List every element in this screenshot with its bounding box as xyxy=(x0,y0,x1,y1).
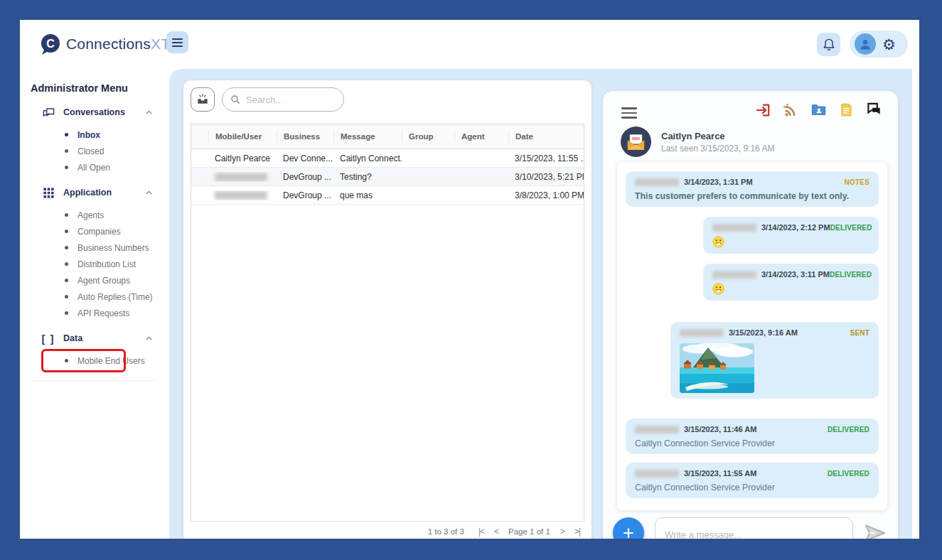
message-body: Caitlyn Connection Service Provider xyxy=(635,483,869,492)
cell-business: DevGroup ... xyxy=(277,172,333,182)
gear-icon[interactable]: ⚙ xyxy=(882,37,896,52)
search-icon xyxy=(230,94,241,105)
message-bubble: 3/15/2023, 11:55 AMDELIVEREDCaitlyn Conn… xyxy=(626,463,879,498)
message-header: 3/14/2023, 2:12 PMDELIVERED xyxy=(712,223,869,232)
message-body: This customer prefers to communicate by … xyxy=(635,191,869,201)
hamburger-icon[interactable] xyxy=(166,31,188,53)
sidebar-section-data[interactable]: [ ]Data xyxy=(20,327,169,350)
grinning-face-emoji xyxy=(712,236,869,248)
grid-icon xyxy=(41,185,55,200)
chevron-up-icon[interactable] xyxy=(144,108,154,117)
sidebar-item-agents[interactable]: Agents xyxy=(20,207,169,223)
message-bubble: 3/14/2023, 2:12 PMDELIVERED xyxy=(703,217,879,254)
topbar-actions: ⚙ xyxy=(817,31,908,58)
svg-text:SMS: SMS xyxy=(632,136,641,141)
table-row[interactable]: DevGroup ...que mas3/8/2023, 1:00 PM xyxy=(191,186,584,205)
message-timestamp: 3/15/2023, 11:55 AM xyxy=(684,469,756,478)
sidebar-item-mobile-end-users[interactable]: Mobile End Users xyxy=(20,352,169,369)
forum-icon[interactable] xyxy=(866,102,882,118)
bullet-icon xyxy=(65,262,68,266)
sidebar: Administrator Menu ConversationsInboxClo… xyxy=(20,69,169,539)
cell-business: DevGroup ... xyxy=(277,190,333,200)
bullet-icon xyxy=(65,149,68,153)
exit-icon[interactable] xyxy=(755,102,771,118)
table-header-spacer xyxy=(191,131,208,142)
column-header-date[interactable]: Date xyxy=(508,131,584,142)
table-row[interactable]: DevGroup ...Testing?3/10/2023, 5:21 PM xyxy=(191,168,584,186)
message-input[interactable] xyxy=(655,517,853,539)
sidebar-item-api-requests[interactable]: API Requests xyxy=(20,305,169,321)
pagination-range: 1 to 3 of 3 xyxy=(428,527,464,536)
next-page-button[interactable]: > xyxy=(560,527,564,537)
inbox-tray-icon[interactable] xyxy=(191,87,215,112)
conversations-panel: Mobile/UserBusinessMessageGroupAgentDate… xyxy=(183,80,592,539)
chat-panel: SMS Caitlyn Pearce Last seen 3/15/2023, … xyxy=(603,91,898,539)
message-header: 3/14/2023, 3:11 PMDELIVERED xyxy=(712,270,869,279)
sidebar-item-label: Agents xyxy=(77,210,104,220)
redacted-phone-number xyxy=(215,173,267,181)
redacted-sender xyxy=(635,426,679,434)
last-page-button[interactable]: >| xyxy=(574,527,580,537)
sidebar-item-closed[interactable]: Closed xyxy=(20,143,169,159)
pagination: 1 to 3 of 3 |< < Page 1 of 1 > >| xyxy=(191,522,584,539)
message-status-badge: DELIVERED xyxy=(830,224,872,232)
message-timestamp: 3/15/2023, 11:46 AM xyxy=(684,425,756,434)
sidebar-item-companies[interactable]: Companies xyxy=(20,223,169,239)
app-window: C ConnectionsXT™ ⚙ xyxy=(20,20,919,539)
message-header: 3/14/2023, 1:31 PMNOTES xyxy=(635,178,869,186)
cell-message: Testing? xyxy=(333,172,402,182)
bullet-icon xyxy=(65,213,68,217)
message-status-badge: NOTES xyxy=(845,178,869,186)
document-icon[interactable] xyxy=(839,102,854,117)
sidebar-section-items: Mobile End Users xyxy=(20,352,169,369)
first-page-button[interactable]: |< xyxy=(478,527,484,537)
broadcast-icon[interactable] xyxy=(783,102,798,118)
sidebar-section-conversations[interactable]: Conversations xyxy=(20,101,169,124)
contact-info: Caitlyn Pearce Last seen 3/15/2023, 9:16… xyxy=(661,131,774,154)
message-status-badge: DELIVERED xyxy=(828,470,869,478)
chevron-up-icon[interactable] xyxy=(144,188,154,198)
sidebar-item-all-open[interactable]: All Open xyxy=(20,159,169,176)
grinning-face-emoji xyxy=(712,283,869,295)
prev-page-button[interactable]: < xyxy=(494,527,498,537)
table-row[interactable]: Caitlyn PearceDev Conne...Caitlyn Connec… xyxy=(191,149,584,168)
tropical-beach-photo[interactable] xyxy=(680,343,754,393)
conversations-table: Mobile/UserBusinessMessageGroupAgentDate… xyxy=(191,124,584,522)
sidebar-item-agent-groups[interactable]: Agent Groups xyxy=(20,272,169,289)
cell-message: que mas xyxy=(333,190,402,200)
cell-message: Caitlyn Connect... xyxy=(333,154,402,163)
column-header-business[interactable]: Business xyxy=(277,131,333,142)
sidebar-item-label: Business Numbers xyxy=(77,243,149,253)
column-header-mobile-user[interactable]: Mobile/User xyxy=(208,131,277,142)
send-icon[interactable] xyxy=(864,524,887,539)
main-content: Mobile/UserBusinessMessageGroupAgentDate… xyxy=(169,69,912,539)
cell-mobile-user: Caitlyn Pearce xyxy=(215,154,270,163)
bell-icon[interactable] xyxy=(817,33,840,56)
cell-date: 3/15/2023, 11:55 ... xyxy=(508,154,584,163)
column-header-message[interactable]: Message xyxy=(333,131,402,142)
search-input[interactable] xyxy=(246,95,328,105)
sidebar-item-auto-replies-time-[interactable]: Auto Replies (Time) xyxy=(20,289,169,305)
sidebar-item-inbox[interactable]: Inbox xyxy=(20,126,169,143)
contact-folder-icon[interactable] xyxy=(810,102,827,118)
sidebar-divider xyxy=(33,380,156,381)
contact-name: Caitlyn Pearce xyxy=(661,131,774,141)
chevron-up-icon[interactable] xyxy=(144,334,154,343)
sidebar-section-application[interactable]: Application xyxy=(20,181,169,204)
brand-name: ConnectionsXT™ xyxy=(66,33,176,55)
sidebar-item-label: Agent Groups xyxy=(77,276,130,286)
chat-actions xyxy=(755,102,882,118)
column-header-group[interactable]: Group xyxy=(402,131,454,142)
sidebar-item-distribution-list[interactable]: Distribution List xyxy=(20,256,169,272)
user-avatar-icon[interactable] xyxy=(855,33,876,55)
sidebar-item-label: Inbox xyxy=(77,130,100,140)
message-status-badge: DELIVERED xyxy=(828,426,869,434)
attach-plus-button[interactable]: + xyxy=(613,517,644,539)
sidebar-section-label: Application xyxy=(63,188,144,198)
message-bubble: 3/15/2023, 11:46 AMDELIVEREDCaitlyn Conn… xyxy=(626,419,879,454)
sidebar-item-business-numbers[interactable]: Business Numbers xyxy=(20,239,169,256)
table-header-row: Mobile/UserBusinessMessageGroupAgentDate xyxy=(191,124,584,149)
column-header-agent[interactable]: Agent xyxy=(454,131,508,142)
message-header: 3/15/2023, 11:55 AMDELIVERED xyxy=(635,469,869,478)
chat-menu-icon[interactable] xyxy=(621,107,637,119)
